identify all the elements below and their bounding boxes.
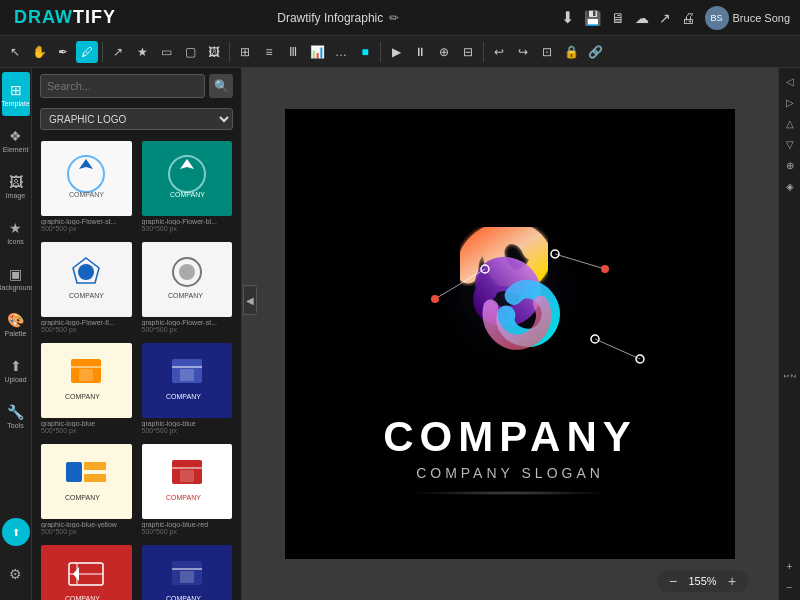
redo-btn[interactable]: ↪ — [512, 41, 534, 63]
template-item[interactable]: COMPANY graphic-logo-Flower-tl... 500*50… — [38, 239, 135, 336]
palette-label: Palette — [5, 330, 27, 337]
undo-btn[interactable]: ↩ — [488, 41, 510, 63]
zoom-out-button[interactable]: − — [665, 573, 681, 589]
user-profile[interactable]: BS Bruce Song — [705, 6, 790, 30]
cloud-icon[interactable]: ☁ — [635, 10, 649, 26]
tools-label: Tools — [7, 422, 23, 429]
hand-tool[interactable]: ✋ — [28, 41, 50, 63]
template-item[interactable]: COMPANY graphic-logo-red 500*500 px — [38, 542, 135, 600]
nav-settings[interactable]: ⚙ — [2, 552, 30, 596]
duplicate-btn[interactable]: ⊡ — [536, 41, 558, 63]
media-tool[interactable]: ⏸ — [409, 41, 431, 63]
rp-arrow-down[interactable]: ▽ — [781, 135, 799, 153]
svg-text:COMPANY: COMPANY — [168, 292, 203, 299]
topbar: DRAWTIFY Drawtify Infographic ✏ ⬇ 💾 🖥 ☁ … — [0, 0, 800, 36]
pen-tool[interactable]: ✒ — [52, 41, 74, 63]
slogan-text: COMPANY SLOGAN — [416, 465, 604, 481]
left-nav: ⊞ Template ❖ Element 🖼 Image ★ Icons ▣ B… — [0, 68, 32, 600]
svg-point-10 — [179, 264, 195, 280]
svg-rect-26 — [180, 470, 194, 482]
brush-tool[interactable]: 🖊 — [76, 41, 98, 63]
toolbar-sep-4 — [483, 42, 484, 62]
app-logo: DRAWTIFY — [10, 7, 116, 28]
template-item[interactable]: COMPANY graphic-logo-blue 500*500 px — [139, 340, 236, 437]
template-item[interactable]: COMPANY graphic-logo-blue... 500*500 px — [139, 542, 236, 600]
logo-draw: DRAW — [14, 7, 73, 27]
rp-zoom-label: 12 — [783, 374, 797, 378]
rounded-rect-tool[interactable]: ▢ — [179, 41, 201, 63]
columns-tool[interactable]: ≡ — [258, 41, 280, 63]
document-title: Drawtify Infographic ✏ — [277, 11, 399, 25]
category-select[interactable]: GRAPHIC LOGO — [40, 108, 233, 130]
canvas-area[interactable]: COMPANY COMPANY SLOGAN − 155% + — [242, 68, 778, 600]
palette-icon: 🎨 — [7, 312, 24, 328]
template-item[interactable]: COMPANY graphic-logo-Flower-st... 500*50… — [139, 239, 236, 336]
zoom-in-button[interactable]: + — [724, 573, 740, 589]
svg-text:COMPANY: COMPANY — [166, 595, 201, 601]
svg-text:COMPANY: COMPANY — [166, 393, 201, 400]
template-icon: ⊞ — [10, 82, 22, 98]
edit-icon[interactable]: ✏ — [389, 11, 399, 25]
nav-palette[interactable]: 🎨 Palette — [2, 302, 30, 346]
nav-image[interactable]: 🖼 Image — [2, 164, 30, 208]
toolbar-sep-1 — [102, 42, 103, 62]
panel-collapse-button[interactable]: ◀ — [243, 285, 257, 315]
nav-icons[interactable]: ★ Icons — [2, 210, 30, 254]
template-item[interactable]: COMPANY graphic-logo-blue-red 500*500 px — [139, 441, 236, 538]
background-label: Background — [0, 284, 34, 291]
download-icon[interactable]: ⬇ — [561, 8, 574, 27]
logo-tify: TIFY — [73, 7, 116, 27]
image-tool[interactable]: 🖼 — [203, 41, 225, 63]
rp-minus[interactable]: − — [781, 578, 799, 596]
search-button[interactable]: 🔍 — [209, 74, 233, 98]
print-icon[interactable]: 🖨 — [681, 10, 695, 26]
chart-tool[interactable]: 📊 — [306, 41, 328, 63]
green-box-tool[interactable]: ■ — [354, 41, 376, 63]
upgrade-button[interactable]: ⬆ — [2, 518, 30, 546]
svg-text:COMPANY: COMPANY — [166, 494, 201, 501]
arrow-tool[interactable]: ↗ — [107, 41, 129, 63]
more-tool[interactable]: … — [330, 41, 352, 63]
nav-template[interactable]: ⊞ Template — [2, 72, 30, 116]
rp-arrow-up[interactable]: △ — [781, 114, 799, 132]
template-item[interactable]: COMPANY graphic-logo-blue-yellow 500*500… — [38, 441, 135, 538]
logo-graphic — [395, 173, 625, 403]
avatar: BS — [705, 6, 729, 30]
save-icon[interactable]: 💾 — [584, 10, 601, 26]
rect-tool[interactable]: ▭ — [155, 41, 177, 63]
lock-btn[interactable]: 🔒 — [560, 41, 582, 63]
rp-arrow-right[interactable]: ▷ — [781, 93, 799, 111]
rp-plus[interactable]: + — [781, 557, 799, 575]
rp-arrow-left[interactable]: ◁ — [781, 72, 799, 90]
svg-point-47 — [636, 355, 644, 363]
table-tool[interactable]: ⊞ — [234, 41, 256, 63]
svg-point-7 — [78, 264, 94, 280]
rp-settings[interactable]: ◈ — [781, 177, 799, 195]
svg-rect-18 — [180, 369, 194, 381]
rp-expand[interactable]: ⊕ — [781, 156, 799, 174]
svg-marker-1 — [79, 159, 93, 169]
align-tool[interactable]: ⊟ — [457, 41, 479, 63]
template-item[interactable]: COMPANY graphic-logo-blue 500*500 px — [38, 340, 135, 437]
main-area: ⊞ Template ❖ Element 🖼 Image ★ Icons ▣ B… — [0, 68, 800, 600]
select-tool[interactable]: ↖ — [4, 41, 26, 63]
video-tool[interactable]: ▶ — [385, 41, 407, 63]
tools-icon: 🔧 — [7, 404, 24, 420]
nav-upload[interactable]: ⬆ Upload — [2, 348, 30, 392]
share-icon[interactable]: ↗ — [659, 10, 671, 26]
svg-text:COMPANY: COMPANY — [65, 494, 100, 501]
template-item[interactable]: COMPANY graphic-logo-Flower-st... 500*50… — [38, 138, 135, 235]
template-item[interactable]: COMPANY graphic-logo-Flower-bl... 500*50… — [139, 138, 236, 235]
layers-tool[interactable]: ⊕ — [433, 41, 455, 63]
bars-tool[interactable]: Ⅲ — [282, 41, 304, 63]
image-label: Image — [6, 192, 25, 199]
monitor-icon[interactable]: 🖥 — [611, 10, 625, 26]
nav-tools[interactable]: 🔧 Tools — [2, 394, 30, 438]
svg-text:COMPANY: COMPANY — [65, 393, 100, 400]
star-tool[interactable]: ★ — [131, 41, 153, 63]
link-btn[interactable]: 🔗 — [584, 41, 606, 63]
nav-background[interactable]: ▣ Background — [2, 256, 30, 300]
nav-element[interactable]: ❖ Element — [2, 118, 30, 162]
search-input[interactable] — [40, 74, 205, 98]
template-grid: COMPANY graphic-logo-Flower-st... 500*50… — [32, 134, 241, 600]
